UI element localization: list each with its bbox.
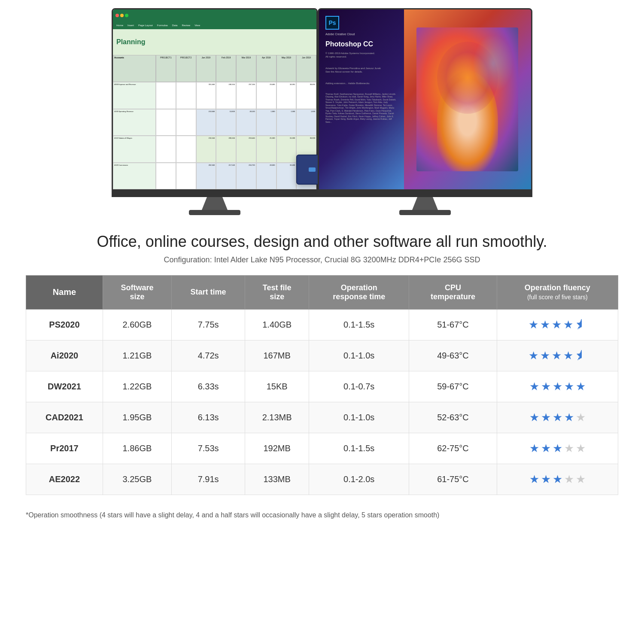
full-star-icon: ★ [541, 411, 551, 424]
full-star-icon: ★ [529, 442, 539, 455]
excel-row-4-col-6: 28,600 [256, 163, 276, 189]
table-cell-1-5: 49-63°C [409, 340, 497, 371]
ribbon-home: Home [116, 24, 123, 27]
excel-row-4-col-2 [176, 163, 196, 189]
ps-artwork [404, 9, 531, 189]
excel-col-header-4: Feb 2019 [216, 55, 236, 82]
left-monitor-base [189, 210, 240, 215]
table-header-row: Name Softwaresize Start time Test filesi… [26, 275, 618, 309]
table-cell-1-0: Ai2020 [26, 340, 103, 371]
excel-col-header-0: Accounts [113, 55, 156, 82]
excel-row-1-col-1 [156, 82, 176, 109]
table-cell-2-2: 6.33s [171, 371, 245, 402]
excel-row-3-col-5: 259,444 [236, 136, 256, 162]
table-cell-2-0: DW2021 [26, 371, 103, 402]
excel-row-1-col-2 [176, 82, 196, 109]
toolbar-green-dot [125, 14, 128, 17]
table-cell-1-2: 4.72s [171, 340, 245, 371]
stars-container: ★★★★★ [502, 380, 613, 393]
full-star-icon: ★ [553, 442, 562, 455]
excel-row-4-col-4: 217,540 [216, 163, 236, 189]
footer-note-text: *Operation smoothness (4 stars will have… [26, 511, 439, 519]
excel-row-3-col-1 [156, 136, 176, 162]
table-cell-4-4: 0.1-1.5s [309, 433, 409, 464]
full-star-icon: ★ [541, 442, 551, 455]
right-monitor-bottom [319, 189, 531, 196]
excel-row-4-col-0: 4120 Commission [113, 163, 156, 189]
excel-row-1-col-5: 297,194 [236, 82, 256, 109]
ps-artwork-credit: Artwork by Elizaveta Porodina and Janusz… [325, 67, 398, 74]
excel-row-3-col-4: 200,244 [216, 136, 236, 162]
left-monitor-wrapper: Home Insert Page Layout Formulas Data Re… [112, 8, 318, 215]
full-star-icon: ★ [529, 349, 538, 362]
excel-row-4-col-5: 256,700 [236, 163, 256, 189]
hero-section: Home Insert Page Layout Formulas Data Re… [0, 0, 644, 223]
table-cell-3-0: CAD2021 [26, 402, 103, 433]
table-cell-1-stars: ★★★★⯨ [497, 340, 618, 371]
full-star-icon: ★ [553, 380, 562, 393]
excel-toolbar [113, 9, 316, 21]
table-cell-0-4: 0.1-1.5s [309, 309, 409, 340]
table-cell-1-3: 167MB [245, 340, 309, 371]
excel-grid-inner: Accounts PROJECT1 PROJECT2 Jan 2019 Feb … [113, 55, 316, 189]
excel-row-2-col-5: 28,100 [236, 109, 256, 136]
table-cell-2-stars: ★★★★★ [497, 371, 618, 402]
table-cell-1-4: 0.1-1.0s [309, 340, 409, 371]
table-cell-5-0: AE2022 [26, 464, 103, 495]
headline-title: Office, online courses, design and other… [26, 232, 618, 252]
ps-artwork-inner [416, 27, 518, 171]
full-star-icon: ★ [541, 380, 551, 393]
full-star-icon: ★ [529, 318, 538, 331]
headline-section: Office, online courses, design and other… [0, 223, 644, 269]
right-monitor: Ps Adobe Creative Cloud Photoshop CC © 1… [318, 8, 532, 197]
table-cell-0-stars: ★★★★⯨ [497, 309, 618, 340]
stars-container: ★★★★★ [502, 473, 613, 486]
table-cell-3-stars: ★★★★★ [497, 402, 618, 433]
excel-row-1-col-4: 248,164 [216, 82, 236, 109]
excel-row-2-col-6: 1,900 [256, 109, 276, 136]
excel-planning-bar: Planning [113, 29, 316, 55]
excel-row-2-col-0: 4100 Operating Revenue [113, 109, 156, 136]
excel-row-4-col-1 [156, 163, 176, 189]
excel-planning-title: Planning [116, 38, 146, 46]
full-star-icon: ★ [553, 411, 562, 424]
left-monitor-screen: Home Insert Page Layout Formulas Data Re… [113, 9, 316, 189]
table-row: CAD20211.95GB6.13s2.13MB0.1-1.0s52-63°C★… [26, 402, 618, 433]
table-row: AE20223.25GB7.91s133MB0.1-2.0s61-75°C★★★… [26, 464, 618, 495]
empty-star-icon: ★ [576, 442, 586, 455]
excel-row-1-col-6: 29,466 [256, 82, 276, 109]
excel-col-header-1: PROJECT1 [156, 55, 176, 82]
full-star-icon: ★ [564, 411, 574, 424]
ribbon-data: Data [172, 24, 178, 27]
table-cell-2-1: 1.22GB [103, 371, 171, 402]
excel-grid: Accounts PROJECT1 PROJECT2 Jan 2019 Feb … [113, 55, 316, 189]
ps-credits: Thomas Knoll, Seetharaman Narayanan, Rus… [325, 93, 398, 124]
excel-row-1-col-7: 34,991 [276, 82, 297, 109]
excel-row-1-col-0: 4000 Expense and Revenue [113, 82, 156, 109]
ps-loading-text: Adding extension... Halide Bottlenecks [325, 82, 398, 85]
excel-row-3-col-6: 25,500 [256, 136, 276, 162]
full-star-icon: ★ [564, 380, 574, 393]
table-cell-3-2: 6.13s [171, 402, 245, 433]
ribbon-formulas: Formulas [157, 24, 168, 27]
excel-col-header-8: Jun 2019 [296, 55, 316, 82]
table-cell-5-stars: ★★★★★ [497, 464, 618, 495]
left-monitor-stand [202, 197, 228, 210]
table-cell-2-4: 0.1-0.7s [309, 371, 409, 402]
excel-row-2-col-8: 1,900 [296, 109, 316, 136]
right-monitor-screen: Ps Adobe Creative Cloud Photoshop CC © 1… [319, 9, 531, 189]
excel-col-header-7: May 2019 [276, 55, 297, 82]
full-star-icon: ★ [563, 318, 573, 331]
right-monitor-stand [412, 197, 438, 210]
right-monitor-wrapper: Ps Adobe Creative Cloud Photoshop CC © 1… [318, 8, 532, 215]
right-monitor-base [399, 210, 451, 215]
ps-brand-text: Adobe Creative Cloud [325, 32, 398, 36]
excel-row-1-col-8: 38,491 [296, 82, 316, 109]
th-operation-response: Operationresponse time [309, 275, 409, 309]
mini-pc-port-1 [309, 167, 316, 172]
table-cell-5-3: 133MB [245, 464, 309, 495]
excel-row-3-col-0: 4110 Salaries & Wages [113, 136, 156, 162]
excel-col-header-3: Jan 2019 [196, 55, 216, 82]
full-star-icon: ★ [541, 473, 551, 486]
full-star-icon: ★ [563, 349, 573, 362]
